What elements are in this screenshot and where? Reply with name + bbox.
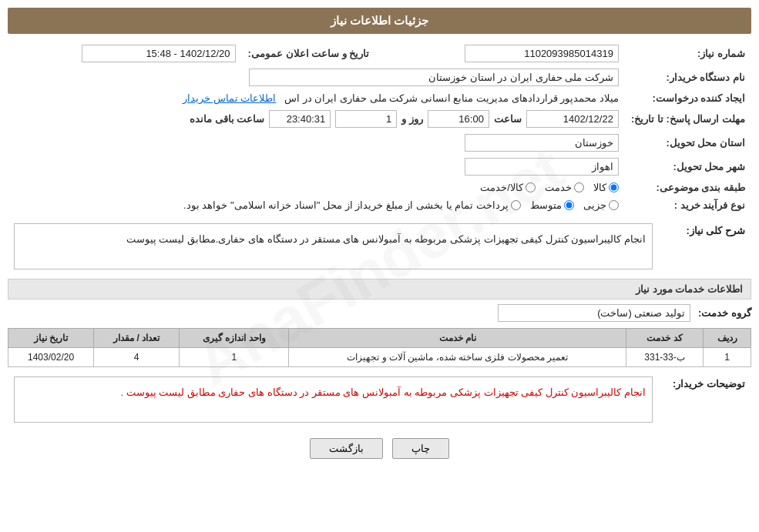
buyer-desc-table: توضیحات خریدار: انجام کالیبراسیون کنترل …: [8, 373, 751, 426]
col-tedad: تعداد / مقدار: [94, 329, 180, 348]
cell-radif: 1: [704, 348, 751, 367]
tabaqe-cell: کالا خدمت کالا/خدمت: [8, 179, 625, 196]
shahr-label: شهر محل تحویل:: [625, 155, 751, 179]
tabaqe-kala-radio[interactable]: [609, 182, 619, 192]
cell-tedad: 4: [94, 348, 180, 367]
ijad-value: میلاد محمدپور قراردادهای مدیریت منابع ان…: [284, 92, 619, 104]
tabaqe-kala-khedmat-radio[interactable]: [526, 182, 536, 192]
tarikh-value-cell: 1402/12/20 - 15:48: [8, 42, 242, 65]
services-grid: ردیف کد خدمت نام خدمت واحد اندازه گیری ت…: [8, 328, 751, 367]
ijad-cell: میلاد محمدپور قراردادهای مدیریت منابع ان…: [8, 89, 625, 107]
tarikh-label: تاریخ و ساعت اعلان عمومی:: [242, 42, 376, 65]
mohlet-rooz-label: روز و: [401, 113, 423, 125]
col-name: نام خدمت: [289, 329, 626, 348]
tabaqe-khedmat-label: خدمت: [545, 182, 572, 193]
cell-vahed: 1: [180, 348, 289, 367]
col-radif: ردیف: [704, 329, 751, 348]
mohlet-label: مهلت ارسال پاسخ: تا تاریخ:: [625, 107, 751, 131]
tabaqe-kala[interactable]: کالا: [593, 182, 619, 193]
col-vahed: واحد اندازه گیری: [180, 329, 289, 348]
nove-pardakht-label: پرداخت تمام یا بخشی از مبلغ خریداز از مح…: [183, 199, 509, 211]
nove-jozi-radio[interactable]: [609, 200, 619, 210]
tabaqe-kala-label: کالا: [593, 182, 606, 193]
nove-pardakht-radio[interactable]: [511, 200, 521, 210]
back-button[interactable]: بازگشت: [310, 438, 383, 459]
mohlet-saaat-label: ساعت: [494, 113, 522, 125]
sharh-value: انجام کالیبراسیون کنترل کیفی تجهیزات پزش…: [14, 223, 653, 269]
mohlet-cell: 1402/12/22 ساعت 16:00 روز و 1 23:40:31 س…: [8, 107, 625, 131]
buyer-desc-cell: انجام کالیبراسیون کنترل کیفی تجهیزات پزش…: [8, 373, 659, 426]
shomara-value-cell: 1102093985014319: [391, 42, 625, 65]
nove-motavasset-radio[interactable]: [564, 200, 574, 210]
nove-jozi[interactable]: جزیی: [583, 199, 619, 211]
sharh-value-cell: انجام کالیبراسیون کنترل کیفی تجهیزات پزش…: [8, 220, 659, 273]
mohlet-date: 1402/12/22: [526, 110, 619, 128]
shahr-cell: اهواز: [8, 155, 625, 179]
ostan-label: استان محل تحویل:: [625, 131, 751, 155]
ijad-label: ایجاد کننده درخواست:: [625, 89, 751, 107]
sharh-table: شرح کلی نیاز: انجام کالیبراسیون کنترل کی…: [8, 220, 751, 273]
gorooh-value: تولید صنعتی (ساخت): [498, 304, 690, 322]
nove-motavasset[interactable]: متوسط: [530, 199, 574, 211]
button-row: چاپ بازگشت: [8, 438, 751, 459]
ostan-value: خوزستان: [465, 134, 619, 152]
mohlet-saaat-value: 16:00: [428, 110, 489, 128]
cell-name: تعمیر محصولات فلزی ساخته شده، ماشین آلات…: [289, 348, 626, 367]
tabaqe-kala-khedmat[interactable]: کالا/خدمت: [480, 182, 536, 193]
tabaqe-label: طبقه بندی موضوعی:: [625, 179, 751, 196]
shahr-value: اهواز: [465, 158, 619, 176]
tabaqe-khedmat[interactable]: خدمت: [545, 182, 584, 193]
ostan-cell: خوزستان: [8, 131, 625, 155]
ijad-link[interactable]: اطلاعات تماس خریدار: [183, 92, 276, 104]
mohlet-mande-label: ساعت باقی مانده: [190, 113, 264, 125]
nam-dastgah-label: نام دستگاه خریدار:: [625, 65, 751, 89]
print-button[interactable]: چاپ: [392, 438, 449, 459]
mohlet-rooz-value: 1: [335, 110, 397, 128]
cell-code: ب-33-331: [626, 348, 704, 367]
gorooh-label: گروه خدمت:: [698, 307, 751, 319]
nove-cell: جزیی متوسط پرداخت تمام یا بخشی از مبلغ خ…: [8, 196, 625, 214]
nam-dastgah-cell: شرکت ملی حفاری ایران در استان خوزستان: [8, 65, 625, 89]
col-code: کد خدمت: [626, 329, 704, 348]
mohlet-mande-value: 23:40:31: [269, 110, 331, 128]
tabaqe-kala-khedmat-label: کالا/خدمت: [480, 182, 523, 193]
info-table: شماره نیاز: 1102093985014319 تاریخ و ساع…: [8, 42, 751, 214]
table-row: 1ب-33-331تعمیر محصولات فلزی ساخته شده، م…: [8, 348, 751, 367]
nam-dastgah-value: شرکت ملی حفاری ایران در استان خوزستان: [249, 69, 619, 86]
nove-jozi-label: جزیی: [583, 199, 606, 211]
nove-pardakht[interactable]: پرداخت تمام یا بخشی از مبلغ خریداز از مح…: [183, 199, 521, 211]
tarikh-value: 1402/12/20 - 15:48: [82, 45, 236, 62]
buyer-desc-label: توضیحات خریدار:: [659, 373, 751, 426]
shomara-label: شماره نیاز:: [625, 42, 751, 65]
nove-motavasset-label: متوسط: [530, 199, 562, 211]
shomara-value: 1102093985014319: [465, 45, 619, 62]
buyer-desc-value: انجام کالیبراسیون کنترل کیفی تجهیزات پزش…: [14, 376, 653, 423]
nove-label: نوع فرآیند خرید :: [625, 196, 751, 214]
page-title: جزئیات اطلاعات نیاز: [8, 8, 751, 34]
cell-tarikh: 1403/02/20: [8, 348, 94, 367]
tabaqe-khedmat-radio[interactable]: [574, 182, 584, 192]
col-tarikh: تاریخ نیاز: [8, 329, 94, 348]
gorooh-row: گروه خدمت: تولید صنعتی (ساخت): [8, 304, 751, 322]
khadamat-section-title: اطلاعات خدمات مورد نیاز: [8, 279, 751, 299]
sharh-label: شرح کلی نیاز:: [659, 220, 751, 273]
